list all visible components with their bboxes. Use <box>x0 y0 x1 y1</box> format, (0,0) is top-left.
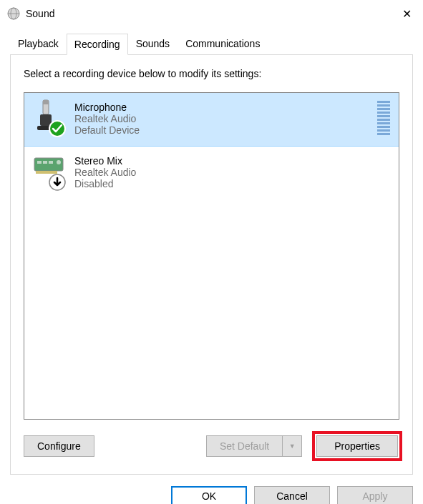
apply-button: Apply <box>337 486 413 504</box>
arrow-down-icon <box>49 174 66 194</box>
svg-rect-19 <box>37 161 42 164</box>
device-icon <box>33 99 64 139</box>
title-bar: Sound ✕ <box>0 0 423 27</box>
close-icon: ✕ <box>402 7 412 21</box>
action-row: Configure Set Default ▼ Properties <box>24 431 399 461</box>
properties-button[interactable]: Properties <box>316 435 398 457</box>
chevron-down-icon: ▼ <box>289 443 296 450</box>
device-name: Microphone <box>74 102 377 113</box>
instruction-text: Select a recording device below to modif… <box>24 68 399 79</box>
svg-rect-15 <box>377 126 390 128</box>
svg-rect-21 <box>49 161 53 164</box>
sound-icon <box>7 7 20 20</box>
device-stereo-mix[interactable]: Stereo Mix Realtek Audio Disabled <box>24 146 399 200</box>
level-meter-icon <box>377 101 390 137</box>
svg-rect-10 <box>377 108 390 110</box>
tab-recording[interactable]: Recording <box>67 34 128 55</box>
close-button[interactable]: ✕ <box>390 2 423 25</box>
tab-strip: Playback Recording Sounds Communications <box>10 33 423 54</box>
device-labels: Microphone Realtek Audio Default Device <box>74 102 377 136</box>
set-default-button: Set Default <box>206 435 282 457</box>
device-icon <box>33 152 64 192</box>
device-desc: Realtek Audio <box>74 113 377 124</box>
device-status: Default Device <box>74 124 377 136</box>
svg-rect-16 <box>377 129 390 132</box>
svg-rect-13 <box>377 119 390 121</box>
svg-rect-8 <box>377 101 390 103</box>
tab-sounds[interactable]: Sounds <box>128 33 178 54</box>
set-default-dropdown: ▼ <box>282 435 302 457</box>
configure-button[interactable]: Configure <box>24 435 94 457</box>
highlight-annotation: Properties <box>312 431 402 461</box>
svg-rect-4 <box>43 100 49 104</box>
device-status: Disabled <box>74 178 390 189</box>
device-list[interactable]: Microphone Realtek Audio Default Device <box>24 92 399 420</box>
checkmark-icon <box>49 120 66 140</box>
device-desc: Realtek Audio <box>74 167 390 178</box>
tab-playback[interactable]: Playback <box>10 33 67 54</box>
set-default-split-button: Set Default ▼ <box>206 435 302 457</box>
svg-rect-20 <box>43 161 47 164</box>
device-microphone[interactable]: Microphone Realtek Audio Default Device <box>24 92 399 147</box>
svg-rect-9 <box>377 104 390 107</box>
tab-communications[interactable]: Communications <box>178 33 268 54</box>
svg-point-22 <box>57 160 61 164</box>
svg-rect-11 <box>377 112 390 114</box>
svg-rect-17 <box>377 133 390 135</box>
ok-button[interactable]: OK <box>171 486 247 504</box>
device-labels: Stereo Mix Realtek Audio Disabled <box>74 155 390 189</box>
dialog-footer: OK Cancel Apply <box>0 475 423 504</box>
cancel-button[interactable]: Cancel <box>254 486 330 504</box>
window-title: Sound <box>26 8 390 19</box>
svg-rect-12 <box>377 115 390 117</box>
device-name: Stereo Mix <box>74 155 390 167</box>
tab-panel: Select a recording device below to modif… <box>10 54 413 475</box>
svg-rect-14 <box>377 122 390 124</box>
